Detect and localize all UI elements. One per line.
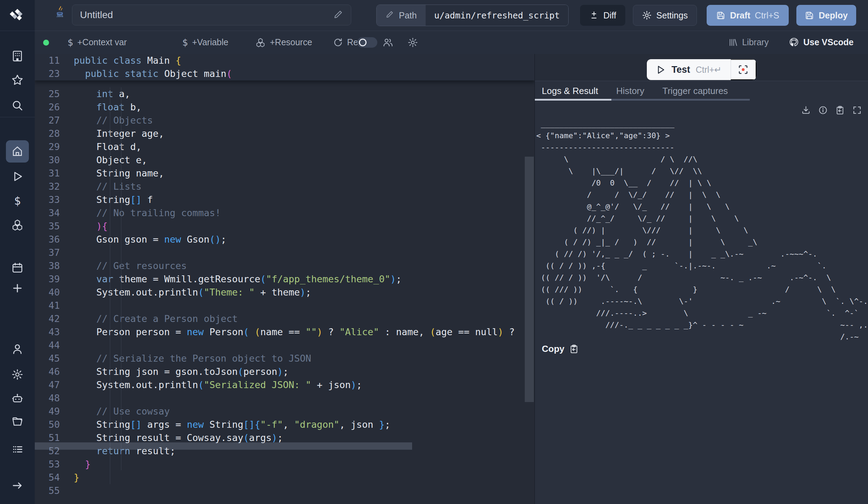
sidebar-item-workspace[interactable] [0,45,35,67]
tab-trigger-captures[interactable]: Trigger captures [662,86,728,96]
tab-history[interactable]: History [616,86,644,96]
path-edit-button[interactable]: Path [377,5,426,26]
edit-name-pencil-icon[interactable] [333,9,343,21]
add-context-var-button[interactable]: $ +Context var [65,31,129,54]
settings-button[interactable]: Settings [633,5,697,26]
test-button[interactable]: Test Ctrl+↵ [647,59,731,80]
code-line-11[interactable]: 11public class Main { [35,54,535,67]
sidebar-item-schedules[interactable] [0,257,35,279]
use-vscode-button[interactable]: Use VScode [787,31,856,54]
runs-icon [11,171,23,182]
sidebar-divider [0,117,35,117]
draft-button[interactable]: Draft Ctrl+S [707,5,789,26]
edit-path-pencil-icon [386,10,394,21]
tab-underline-track [611,99,750,101]
path-value[interactable]: u/admin/refreshed_script [426,5,568,26]
active-tab-underline [535,99,611,101]
line-number: 28 [35,127,60,140]
test-label: Test [672,64,690,75]
gear-icon [642,10,652,20]
preview-panel: Test Ctrl+↵ Logs & ResultHistoryTrigger … [535,54,868,504]
user-icon [11,343,23,355]
diff-button[interactable]: Diff [580,5,625,26]
sidebar-item-add[interactable] [0,277,35,299]
line-number: 36 [35,233,60,246]
path-label: Path [399,10,417,21]
line-number: 29 [35,140,60,153]
draft-label: Draft [730,10,750,21]
windmill-logo[interactable] [0,3,35,26]
deploy-button[interactable]: Deploy [796,5,856,26]
sidebar-item-workers[interactable] [0,388,35,410]
info-icon[interactable] [818,105,828,116]
sidebar-item-favorites[interactable] [0,69,35,91]
copy-icon [569,344,579,354]
sidebar-item-user[interactable] [0,338,35,360]
use-vscode-label: Use VScode [803,37,854,47]
line-number: 41 [35,299,60,312]
fullscreen-icon[interactable] [852,105,862,116]
line-number: 48 [35,392,60,405]
add-resource-label: +Resource [270,37,312,47]
sticky-scroll-lines[interactable]: 11public class Main {23 public static Ob… [35,54,535,80]
line-number: 33 [35,193,60,206]
add-resource-button[interactable]: +Resource [253,31,314,54]
sidebar-item-resources[interactable] [0,213,35,236]
result-actions [801,105,862,116]
sidebar-item-home[interactable] [0,140,35,163]
indent-guide [121,87,121,470]
line-number: 40 [35,286,60,299]
add-context-var-label: +Context var [77,37,127,47]
workers-icon [11,393,23,405]
sidebar-item-audit-logs[interactable] [0,438,35,460]
code-editor[interactable]: 25 int a,26 float b,27 // Objects28 Inte… [35,54,535,504]
collaborators-icon[interactable] [383,31,393,54]
code-line-55[interactable]: 55 [35,484,535,497]
line-number: 47 [35,378,60,392]
sidebar-item-search[interactable] [0,94,35,117]
workspace-icon [11,50,23,62]
line-number: 27 [35,114,60,127]
script-name: Untitled [80,9,333,21]
sidebar-item-settings[interactable] [0,363,35,386]
home-icon [11,145,23,157]
sidebar-item-expand[interactable] [0,474,35,497]
line-number: 49 [35,405,60,418]
path-field[interactable]: Path u/admin/refreshed_script [376,5,569,26]
copy-label: Copy [542,344,564,354]
script-name-input[interactable]: Untitled [72,5,351,25]
favorites-icon [11,74,23,86]
settings-icon [11,369,23,380]
sidebar-item-runs[interactable] [0,165,35,188]
editor-horizontal-scrollbar[interactable] [35,442,412,450]
test-shortcut: Ctrl+↵ [696,65,722,75]
line-number: 25 [35,87,60,101]
sidebar-item-folders[interactable] [0,411,35,433]
left-sidebar [0,0,35,504]
variables-icon [11,195,23,207]
draft-shortcut: Ctrl+S [755,10,779,21]
capture-icon [738,64,749,75]
sidebar-item-variables[interactable] [0,190,35,212]
tab-logs-result[interactable]: Logs & Result [542,86,598,96]
code-line-23[interactable]: 23 public static Object main( [35,67,535,80]
editor-toolbar: $ +Context var $ +Variable +Resource Res… [35,31,868,54]
sidebar-divider [0,31,35,31]
java-language-icon: Java [50,6,70,19]
assistant-toggle[interactable] [357,37,377,48]
line-number: 38 [35,259,60,273]
indent-guide [110,87,110,484]
editor-vertical-scrollbar[interactable] [525,157,534,402]
download-icon[interactable] [801,105,811,116]
library-button[interactable]: Library [726,31,771,54]
save-icon [805,11,814,20]
library-label: Library [742,37,769,47]
clipboard-icon[interactable] [835,105,845,116]
copy-result-button[interactable]: Copy [542,344,579,354]
editor-settings-gear-icon[interactable] [408,31,418,54]
capture-test-button[interactable] [731,59,756,80]
resources-icon [11,219,23,230]
status-dot [43,40,49,46]
diff-icon [589,10,599,20]
add-variable-button[interactable]: $ +Variable [180,31,231,54]
